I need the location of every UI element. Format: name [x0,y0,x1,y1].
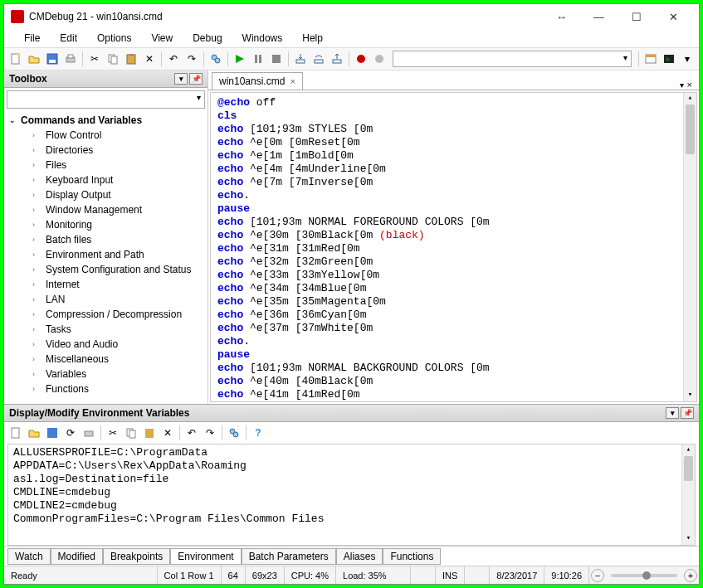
tree-item[interactable]: ›Directories [4,143,207,158]
menu-debug[interactable]: Debug [184,31,230,46]
close-button[interactable]: ✕ [655,5,692,28]
tree-item[interactable]: ›System Configuration and Status [4,262,207,277]
window-icon[interactable] [642,51,659,67]
scroll-up-icon[interactable]: ▴ [684,93,696,104]
tree-item[interactable]: ›Environment and Path [4,247,207,262]
paste-icon[interactable] [141,425,158,441]
tree-item[interactable]: ›Compression / Decompression [4,307,207,322]
undo-icon[interactable]: ↶ [165,51,182,67]
record-icon[interactable] [353,51,369,67]
bottom-tab[interactable]: Aliases [336,548,383,565]
tab-overflow-icon[interactable]: ▾ [680,80,684,90]
find-icon[interactable] [226,425,242,441]
menu-options[interactable]: Options [89,31,139,46]
step-over-icon[interactable] [310,51,327,67]
panel-dropdown-icon[interactable]: ▾ [666,407,679,419]
copy-icon[interactable] [105,51,121,67]
menu-windows[interactable]: Windows [234,31,291,46]
zoom-slider[interactable] [611,574,677,577]
bottom-tab[interactable]: Breakpoints [103,548,170,565]
bottom-tab[interactable]: Batch Parameters [242,548,336,565]
tree-item[interactable]: ›Miscellaneous [4,352,207,367]
undo-icon[interactable]: ↶ [183,425,200,441]
step-into-icon[interactable] [292,51,309,67]
cut-icon[interactable]: ✂ [86,51,103,67]
panel-pin-icon[interactable]: 📌 [189,73,203,85]
print-icon[interactable] [81,425,97,441]
env-content[interactable]: ALLUSERSPROFILE=C:\ProgramDataAPPDATA=C:… [7,444,696,546]
redo-icon[interactable]: ↷ [202,425,218,441]
refresh-icon[interactable]: ⟳ [62,425,79,441]
print-icon[interactable] [62,51,79,67]
dropdown-icon[interactable]: ▾ [679,51,696,67]
run-icon[interactable] [232,51,248,67]
bottom-tab[interactable]: Functions [383,548,441,565]
editor-scrollbar[interactable]: ▴ ▾ [683,93,696,401]
menu-view[interactable]: View [143,31,181,46]
code-line: echo ^e[35m [35mMagenta[0m [217,295,690,309]
tree-item[interactable]: ›Functions [4,381,207,396]
tree-item[interactable]: ›Flow Control [4,128,207,143]
svg-rect-9 [129,54,133,56]
resize-handle[interactable]: ↔ [543,5,580,28]
delete-icon[interactable]: ✕ [141,51,158,67]
step-out-icon[interactable] [329,51,345,67]
menu-file[interactable]: File [16,31,48,46]
tree-item[interactable]: ›Files [4,158,207,173]
panel-pin-icon[interactable]: 📌 [681,407,694,419]
tab-close-all-icon[interactable]: × [687,80,692,90]
env-scrollbar[interactable]: ▴ ▾ [681,445,695,545]
new-file-icon[interactable] [7,51,24,67]
bottom-tab[interactable]: Watch [7,548,51,565]
tree-item[interactable]: ›Variables [4,367,207,381]
copy-icon[interactable] [123,425,139,441]
chevron-right-icon: › [32,280,41,289]
redo-icon[interactable]: ↷ [183,51,200,67]
scroll-up-icon[interactable]: ▴ [682,445,695,456]
toolbox-search-combo[interactable] [7,90,205,109]
scroll-down-icon[interactable]: ▾ [684,390,696,401]
tree-item[interactable]: ›Window Management [4,202,207,217]
minimize-button[interactable]: — [580,5,618,28]
bottom-tab[interactable]: Environment [170,548,241,565]
console-icon[interactable]: > [661,51,677,67]
menu-edit[interactable]: Edit [51,31,85,46]
new-file-icon[interactable] [7,425,24,441]
tree-item[interactable]: ›Batch files [4,232,207,247]
save-icon[interactable] [44,425,61,441]
tree-item[interactable]: ›Keyboard Input [4,173,207,187]
bottom-tab[interactable]: Modified [51,548,103,565]
record-gray-icon[interactable] [371,51,388,67]
scroll-down-icon[interactable]: ▾ [682,533,695,545]
tree-item[interactable]: ›Display Output [4,187,207,202]
stop-icon[interactable] [268,51,285,67]
menu-help[interactable]: Help [294,31,331,46]
open-file-icon[interactable] [26,51,42,67]
toolbar-combo[interactable] [393,51,632,67]
tab-close-icon[interactable]: × [290,76,295,86]
maximize-button[interactable]: ☐ [618,5,655,28]
pause-icon[interactable] [250,51,266,67]
zoom-out-button[interactable]: − [591,569,604,582]
open-file-icon[interactable] [26,425,42,441]
delete-icon[interactable]: ✕ [159,425,176,441]
zoom-in-button[interactable]: + [684,569,697,582]
tree-item[interactable]: ›Tasks [4,322,207,337]
paste-icon[interactable] [123,51,139,67]
tree-item[interactable]: ›Internet [4,277,207,292]
panel-dropdown-icon[interactable]: ▾ [174,73,188,85]
tree-item[interactable]: ›Monitoring [4,217,207,232]
tab-file[interactable]: win10ansi.cmd × [212,72,303,90]
help-icon[interactable]: ? [250,425,266,441]
code-editor[interactable]: @echo offclsecho [101;93m STYLES [0mecho… [210,92,697,402]
scroll-thumb[interactable] [684,456,693,481]
svg-rect-14 [272,55,281,63]
save-icon[interactable] [44,51,61,67]
cut-icon[interactable]: ✂ [105,425,121,441]
find-icon[interactable] [207,51,224,67]
svg-rect-13 [259,55,261,63]
tree-item[interactable]: ›LAN [4,292,207,307]
scroll-thumb[interactable] [686,104,695,154]
tree-root-commands[interactable]: ⌄Commands and Variables [4,113,207,128]
tree-item[interactable]: ›Video and Audio [4,337,207,352]
